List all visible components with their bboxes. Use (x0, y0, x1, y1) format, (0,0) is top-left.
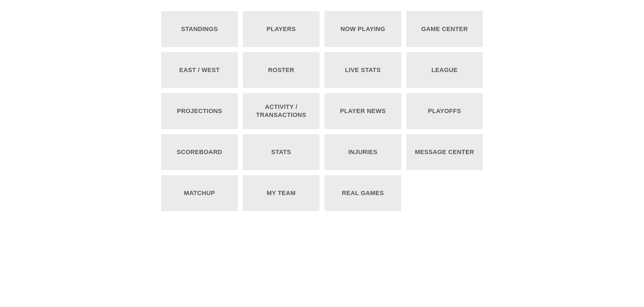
nav-item-league[interactable]: LEAGUE (406, 52, 483, 88)
nav-grid: STANDINGS PLAYERS NOW PLAYING GAME CENTE… (156, 6, 488, 217)
nav-item-playoffs[interactable]: PLAYOFFS (406, 93, 483, 129)
nav-item-player-news[interactable]: PLAYER NEWS (324, 93, 401, 129)
nav-item-activity-transactions[interactable]: ACTIVITY / TRANSACTIONS (243, 93, 320, 129)
nav-item-injuries[interactable]: INJURIES (324, 134, 401, 170)
nav-item-projections[interactable]: PROJECTIONS (161, 93, 238, 129)
nav-item-east-west[interactable]: EAST / WEST (161, 52, 238, 88)
nav-item-roster[interactable]: ROSTER (243, 52, 320, 88)
nav-item-players[interactable]: PLAYERS (243, 11, 320, 47)
nav-item-live-stats[interactable]: LIVE STATS (324, 52, 401, 88)
nav-item-my-team[interactable]: MY TEAM (243, 175, 320, 211)
nav-item-stats[interactable]: STATS (243, 134, 320, 170)
nav-item-now-playing[interactable]: NOW PLAYING (324, 11, 401, 47)
nav-item-game-center[interactable]: GAME CENTER (406, 11, 483, 47)
nav-item-empty (406, 175, 483, 211)
nav-item-scoreboard[interactable]: SCOREBOARD (161, 134, 238, 170)
nav-item-real-games[interactable]: REAL GAMES (324, 175, 401, 211)
nav-item-message-center[interactable]: MESSAGE CENTER (406, 134, 483, 170)
nav-item-matchup[interactable]: MATCHUP (161, 175, 238, 211)
nav-item-standings[interactable]: STANDINGS (161, 11, 238, 47)
